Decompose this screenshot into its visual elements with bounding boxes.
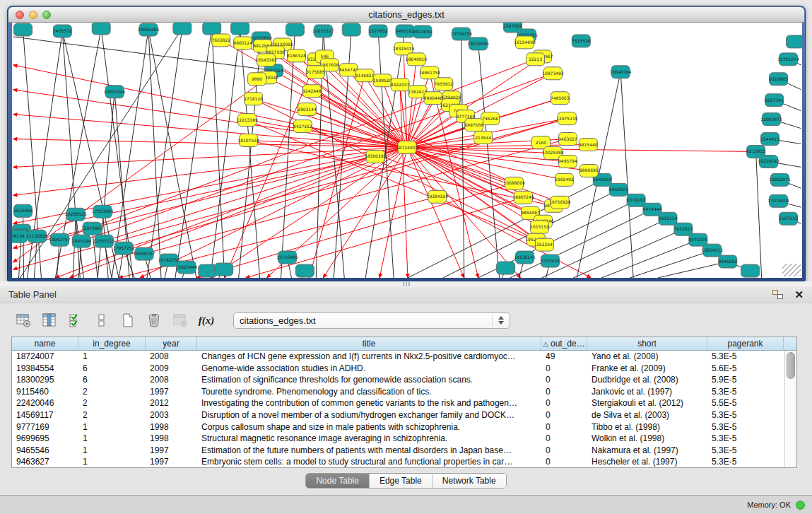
graph-node[interactable] [14, 23, 33, 36]
graph-node[interactable] [199, 264, 217, 277]
graph-edge[interactable] [23, 211, 24, 278]
graph-node[interactable]: 1588520 [373, 74, 392, 87]
graph-node[interactable]: 17016504 [767, 194, 789, 207]
graph-node[interactable]: 1733426 [541, 255, 560, 267]
graph-node[interactable]: 9815440 [579, 139, 598, 151]
table-row[interactable]: 1872400712008Changes of HCN gene express… [12, 351, 784, 363]
graph-node[interactable]: 19384554 [427, 190, 449, 203]
graph-node[interactable]: 20206526 [65, 208, 87, 221]
deselect-all-icon[interactable] [93, 311, 111, 329]
graph-node[interactable]: 12213 [526, 53, 545, 66]
graph-node[interactable]: 12975115 [556, 112, 578, 125]
graph-node[interactable]: 2718126 [244, 93, 263, 105]
citation-network-graph[interactable]: 2405572306914061603380910653327152760264… [12, 23, 802, 278]
graph-node[interactable]: 9329965 [769, 73, 788, 86]
graph-node[interactable]: 9463627 [558, 133, 577, 146]
graph-node[interactable]: 20053346 [104, 86, 126, 98]
show-columns-icon[interactable] [40, 311, 59, 329]
vertical-scrollbar[interactable] [784, 351, 796, 467]
graph-edge[interactable] [630, 250, 712, 278]
graph-node[interactable]: 10653327 [312, 25, 334, 37]
network-view-window[interactable]: citations_edges.txt 24055723069140616033… [7, 6, 806, 281]
graph-node[interactable]: 7932621 [674, 223, 693, 235]
graph-node[interactable]: 9227341 [765, 94, 784, 107]
delete-table-icon[interactable] [145, 311, 163, 329]
graph-edge[interactable] [13, 156, 376, 234]
graph-node[interactable] [295, 264, 314, 277]
graph-node[interactable]: 17353994 [92, 205, 114, 218]
graph-node[interactable]: 12923448 [176, 261, 198, 274]
float-panel-icon[interactable] [772, 290, 783, 299]
graph-node[interactable]: 213644 [474, 132, 493, 144]
graph-node[interactable]: 8958923 [609, 183, 628, 196]
graph-edge[interactable] [478, 44, 500, 278]
graph-node[interactable]: 7663822 [211, 34, 230, 47]
graph-edge[interactable] [379, 148, 407, 278]
graph-node[interactable]: 10654112 [702, 244, 724, 257]
graph-node[interactable]: 9242848 [302, 85, 322, 98]
graph-node[interactable] [286, 23, 304, 36]
graph-node[interactable]: 1167533 [779, 212, 798, 225]
graph-node[interactable]: 10688609 [503, 177, 525, 189]
graph-node[interactable] [342, 23, 360, 36]
graph-edge[interactable] [211, 148, 407, 278]
table-row[interactable]: 946362711997Embryonic stem cells: a mode… [12, 456, 784, 467]
graph-node[interactable]: 8186328 [287, 49, 306, 62]
graph-node[interactable]: 18907249 [512, 191, 534, 204]
graph-edge[interactable] [620, 72, 633, 278]
graph-node[interactable]: 16210643 [758, 155, 779, 168]
graph-node[interactable] [741, 264, 760, 277]
graph-node[interactable]: 2803144 [298, 103, 317, 116]
graph-node[interactable]: 30691406 [138, 23, 160, 36]
graph-node[interactable]: 6497568 [464, 119, 483, 132]
graph-node[interactable]: 9899695 [579, 164, 599, 177]
table-row[interactable]: 1830029562008Estimation of significance … [12, 374, 784, 386]
graph-node[interactable]: 14136141 [514, 251, 536, 264]
split-pane-divider[interactable] [0, 281, 812, 286]
graph-node[interactable]: 15892971 [769, 173, 791, 186]
graph-edge[interactable] [573, 229, 683, 278]
graph-node[interactable]: 9146821 [355, 69, 375, 82]
graph-node[interactable]: 2620659 [13, 204, 33, 217]
graph-node[interactable]: 1965492 [555, 173, 574, 186]
graph-node[interactable]: 746266 [481, 112, 500, 125]
table-row[interactable]: 977716911998Corpus callosum shape and si… [12, 421, 784, 433]
close-panel-icon[interactable]: ✕ [794, 289, 804, 300]
graph-node[interactable]: 12093873 [760, 113, 782, 126]
graph-node[interactable]: 1645194 [72, 235, 91, 247]
tab-network-table[interactable]: Network Table [433, 474, 506, 488]
column-header[interactable]: △out_de… [541, 337, 587, 350]
graph-edge[interactable] [400, 85, 408, 278]
graph-edge[interactable] [461, 34, 464, 278]
graph-node[interactable]: 17957252 [113, 242, 135, 255]
function-builder-icon[interactable]: f(x) [197, 311, 216, 329]
graph-node[interactable]: 15716485 [276, 251, 298, 264]
graph-node[interactable]: 2687682 [503, 23, 522, 33]
graph-node[interactable]: 16154808 [514, 36, 536, 49]
graph-edge[interactable] [147, 28, 182, 278]
column-header[interactable]: name [12, 337, 78, 350]
graph-node[interactable]: 7515526 [572, 35, 591, 47]
column-header[interactable]: short [587, 337, 707, 350]
graph-node[interactable] [173, 23, 192, 35]
new-table-icon[interactable] [119, 311, 137, 329]
column-header[interactable]: in_degree [78, 337, 146, 350]
tab-node-table[interactable]: Node Table [306, 474, 370, 488]
table-row[interactable]: 1456911722003Disruption of a novel membe… [12, 409, 784, 421]
graph-node[interactable]: 1244413 [760, 133, 779, 146]
window-resize-grip[interactable] [782, 264, 801, 276]
graph-node[interactable]: 9245652 [718, 255, 737, 268]
tab-edge-table[interactable]: Edge Table [370, 474, 433, 488]
graph-node[interactable]: 11156829 [26, 230, 48, 243]
graph-node[interactable]: 1527602 [369, 25, 388, 37]
graph-node[interactable]: 10719155 [451, 28, 473, 40]
graph-edge[interactable] [323, 148, 407, 278]
graph-node[interactable] [215, 263, 233, 276]
graph-edge[interactable] [658, 262, 728, 278]
scrollbar-thumb[interactable] [787, 352, 795, 379]
graph-edge[interactable] [541, 218, 668, 278]
column-header[interactable]: year [146, 337, 197, 350]
graph-edge[interactable] [756, 151, 762, 278]
graph-node[interactable]: 13942757 [49, 233, 71, 246]
table-settings-icon[interactable] [14, 311, 33, 329]
